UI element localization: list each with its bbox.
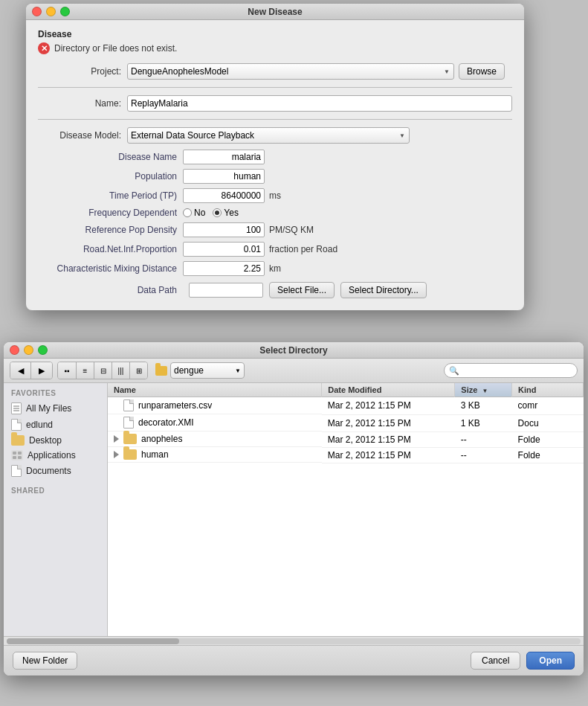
name-row: Name: xyxy=(38,95,512,112)
data-path-input[interactable] xyxy=(189,283,263,298)
char-mixing-input[interactable] xyxy=(183,261,265,276)
name-input[interactable] xyxy=(127,95,512,112)
dir-footer: New Folder Cancel Open xyxy=(4,645,584,675)
sidebar-all-my-files-label: All My Files xyxy=(26,403,71,414)
road-net-label: Road.Net.Inf.Proportion xyxy=(45,244,183,254)
freq-yes-option[interactable]: Yes xyxy=(213,208,239,218)
disease-name-input[interactable] xyxy=(183,150,265,164)
view-list-btn[interactable]: ≡ xyxy=(76,362,94,379)
folder-icon xyxy=(155,366,167,376)
radio-no-label: No xyxy=(194,208,205,218)
list-icon xyxy=(11,402,22,414)
sidebar-item-edlund[interactable]: edlund xyxy=(4,417,107,433)
section-label: Disease xyxy=(38,29,512,39)
forward-button[interactable]: ▶ xyxy=(31,362,52,379)
apps-icon xyxy=(11,450,23,460)
col-name[interactable]: Name xyxy=(108,383,322,397)
table-header-row: Name Date Modified Size ▼ Kind xyxy=(108,383,584,397)
browse-button[interactable]: Browse xyxy=(459,63,505,80)
minimize-button[interactable] xyxy=(46,7,56,16)
new-disease-title: New Disease xyxy=(26,7,524,17)
table-row[interactable]: decorator.XMIMar 2, 2012 1:15 PM1 KBDocu xyxy=(108,414,584,431)
time-period-input[interactable] xyxy=(183,188,265,203)
file-name-cell: runparameters.csv xyxy=(108,397,322,414)
project-row: Project: DengueAnophelesModel Browse xyxy=(38,63,512,80)
nav-buttons: ◀ ▶ xyxy=(10,362,53,379)
current-folder-select[interactable]: dengue xyxy=(170,362,245,379)
select-file-button[interactable]: Select File... xyxy=(269,282,335,298)
select-directory-button[interactable]: Select Directory... xyxy=(340,282,427,298)
freq-dependent-row: Frequency Dependent No Yes xyxy=(45,208,512,218)
sidebar: FAVORITES All My Files edlund Desktop xyxy=(4,383,108,636)
sd-close-button[interactable] xyxy=(10,345,19,355)
sidebar-applications-label: Applications xyxy=(28,450,76,460)
sidebar-item-applications[interactable]: Applications xyxy=(4,448,107,463)
table-row[interactable]: humanMar 2, 2012 1:15 PM--Folde xyxy=(108,447,584,463)
folder-icon xyxy=(123,449,137,460)
new-disease-titlebar: New Disease xyxy=(26,4,524,20)
col-kind[interactable]: Kind xyxy=(512,383,584,397)
close-button[interactable] xyxy=(32,7,42,16)
main-pane: Name Date Modified Size ▼ Kind runparame… xyxy=(108,383,584,636)
open-button[interactable]: Open xyxy=(526,652,575,670)
new-disease-body: Disease ✕ Directory or File does not exi… xyxy=(26,20,524,310)
file-name-label: runparameters.csv xyxy=(138,400,212,411)
disease-model-row: Disease Model: External Data Source Play… xyxy=(38,127,512,144)
col-size[interactable]: Size ▼ xyxy=(455,383,512,397)
folder-icon-desktop xyxy=(11,435,25,446)
radio-yes-circle[interactable] xyxy=(213,208,222,217)
radio-yes-label: Yes xyxy=(224,208,239,218)
file-table: Name Date Modified Size ▼ Kind runparame… xyxy=(108,383,584,463)
road-net-unit: fraction per Road xyxy=(269,244,337,254)
disease-model-select[interactable]: External Data Source Playback xyxy=(127,127,410,144)
scrollbar-track[interactable] xyxy=(7,638,581,644)
new-folder-button[interactable]: New Folder xyxy=(13,652,77,670)
sidebar-desktop-label: Desktop xyxy=(29,435,62,446)
table-row[interactable]: anophelesMar 2, 2012 1:15 PM--Folde xyxy=(108,431,584,447)
select-directory-dialog: Select Directory ◀ ▶ ▪▪ ≡ ⊟ ||| ⊞ dengue… xyxy=(4,342,584,675)
toolbar: ◀ ▶ ▪▪ ≡ ⊟ ||| ⊞ dengue 🔍 xyxy=(4,359,584,383)
scrollbar-thumb[interactable] xyxy=(7,638,179,644)
sidebar-item-documents[interactable]: Documents xyxy=(4,463,107,479)
file-date-cell: Mar 2, 2012 1:15 PM xyxy=(322,431,455,447)
sidebar-edlund-label: edlund xyxy=(26,420,53,430)
freq-no-option[interactable]: No xyxy=(183,208,205,218)
cancel-button[interactable]: Cancel xyxy=(471,652,520,670)
population-input[interactable] xyxy=(183,169,265,184)
folder-select-wrapper: dengue xyxy=(170,362,245,379)
radio-no-circle[interactable] xyxy=(183,208,192,217)
back-button[interactable]: ◀ xyxy=(10,362,31,379)
search-input[interactable] xyxy=(462,365,566,376)
population-label: Population xyxy=(45,171,183,182)
select-dir-titlebar: Select Directory xyxy=(4,342,584,359)
new-disease-dialog: New Disease Disease ✕ Directory or File … xyxy=(26,4,524,310)
disease-name-label: Disease Name xyxy=(45,152,183,162)
file-name-label: anopheles xyxy=(141,434,182,444)
sd-minimize-button[interactable] xyxy=(24,345,33,355)
view-coverflow-btn[interactable]: ⊞ xyxy=(129,362,147,379)
sd-maximize-button[interactable] xyxy=(38,345,48,355)
file-size-cell: 1 KB xyxy=(455,414,512,431)
maximize-button[interactable] xyxy=(60,7,70,16)
table-row[interactable]: runparameters.csvMar 2, 2012 1:15 PM3 KB… xyxy=(108,397,584,415)
search-box[interactable]: 🔍 xyxy=(444,363,578,378)
expand-triangle[interactable] xyxy=(114,435,119,443)
file-name-cell: anopheles xyxy=(108,431,322,447)
sidebar-item-desktop[interactable]: Desktop xyxy=(4,433,107,448)
project-select[interactable]: DengueAnophelesModel xyxy=(127,63,454,80)
view-cover-btn[interactable]: ||| xyxy=(112,362,129,379)
char-mixing-unit: km xyxy=(269,263,281,274)
col-date[interactable]: Date Modified xyxy=(322,383,455,397)
data-path-label: Data Path xyxy=(45,285,183,295)
expand-triangle[interactable] xyxy=(114,451,119,458)
file-size-cell: 3 KB xyxy=(455,397,512,415)
divider-2 xyxy=(38,119,512,120)
ref-pop-unit: PM/SQ KM xyxy=(269,225,314,235)
sidebar-item-all-my-files[interactable]: All My Files xyxy=(4,400,107,417)
view-icon-btn[interactable]: ▪▪ xyxy=(58,362,76,379)
road-net-input[interactable] xyxy=(183,242,265,257)
ref-pop-label: Reference Pop Density xyxy=(45,225,183,235)
ref-pop-input[interactable] xyxy=(183,222,265,237)
doc-icon xyxy=(11,419,22,431)
view-column-btn[interactable]: ⊟ xyxy=(94,362,112,379)
